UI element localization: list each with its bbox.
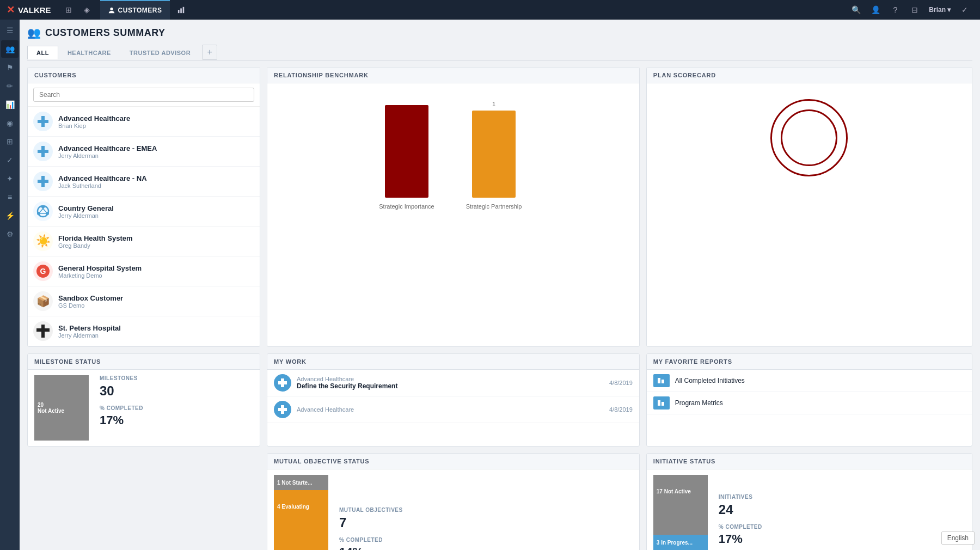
customer-advisor: Jerry Alderman (58, 212, 114, 219)
tab-trusted-advisor[interactable]: TRUSTED ADVISOR (120, 46, 200, 59)
nav-chart[interactable] (170, 0, 193, 20)
customer-item[interactable]: Country General Jerry Alderman (28, 197, 260, 227)
customer-item[interactable]: 📦 Sandbox Customer GS Demo (28, 286, 260, 316)
initiative-status-bar: 17 Not Active 3 In Progres... 4 Complete… (653, 475, 708, 550)
svg-rect-3 (182, 7, 184, 13)
check-icon[interactable]: ✓ (956, 0, 973, 20)
grid-icon[interactable]: ⊞ (60, 0, 77, 20)
avatar (33, 142, 53, 161)
sound-icon[interactable]: ◈ (78, 0, 96, 20)
sidebar-flag-icon[interactable]: ⚑ (1, 59, 19, 76)
customers-card-header: CUSTOMERS (28, 68, 260, 83)
sidebar-globe-icon[interactable]: ◉ (1, 114, 19, 132)
customer-item[interactable]: G General Hospital System Marketing Demo (28, 256, 260, 286)
customer-info: Country General Jerry Alderman (58, 204, 114, 219)
is-filler (653, 508, 708, 535)
tab-add-button[interactable]: + (202, 45, 217, 60)
svg-point-11 (41, 205, 45, 209)
work-task: Define the Security Requirement (297, 382, 604, 390)
customer-item[interactable]: Advanced Healthcare - EMEA Jerry Alderma… (28, 137, 260, 167)
report-item[interactable]: All Completed Initiatives (647, 370, 972, 392)
user-menu[interactable]: Brian ▾ (926, 6, 954, 14)
customer-item[interactable]: ☀️ Florida Health System Greg Bandy (28, 227, 260, 256)
customer-item[interactable]: St. Peters Hospital Jerry Alderman (28, 316, 260, 346)
svg-rect-26 (278, 381, 287, 384)
header-customers-icon: 👥 (27, 26, 41, 39)
mo-pct-label: % COMPLETED (339, 537, 403, 543)
app-name: VALKRE (18, 5, 51, 15)
page-title: CUSTOMERS SUMMARY (45, 27, 166, 39)
relationship-benchmark-chart: 1 Strategic Importance Strategic Partner… (358, 89, 548, 230)
report-item[interactable]: Program Metrics (647, 392, 972, 414)
milestone-pct-label: % COMPLETED (100, 405, 143, 411)
mo-pct: 14% (339, 545, 403, 550)
svg-rect-31 (658, 400, 660, 406)
top-grid: CUSTOMERS Advanced Healthcare Brian Kiep (27, 67, 972, 347)
help-icon[interactable]: ? (886, 0, 904, 20)
avatar (33, 112, 53, 131)
chevron-down-icon: ▾ (947, 6, 951, 14)
customer-info: Advanced Healthcare - EMEA Jerry Alderma… (58, 144, 157, 159)
user-icon[interactable]: 👤 (867, 0, 884, 20)
app-logo[interactable]: ✕ VALKRE (7, 4, 51, 16)
mutual-objective-bar: 1 Not Starte... 4 Evaluating 1 In Progre… (274, 475, 328, 550)
customer-info: Sandbox Customer GS Demo (58, 294, 123, 309)
relationship-benchmark-card: RELATIONSHIP BENCHMARK 1 Strategic Impor… (267, 67, 640, 347)
customers-search-area (28, 83, 260, 107)
work-avatar (274, 401, 291, 418)
customer-item[interactable]: Advanced Healthcare - NA Jack Sutherland (28, 167, 260, 197)
work-company: Advanced Healthcare (297, 406, 604, 413)
language-badge[interactable]: English (941, 531, 975, 545)
work-info: Advanced Healthcare Define the Security … (297, 376, 604, 390)
sidebar-lightning-icon[interactable]: ⚡ (1, 207, 19, 224)
sidebar-list-icon[interactable]: ≡ (1, 188, 19, 206)
user-name: Brian (929, 6, 946, 14)
search-input[interactable] (33, 88, 254, 102)
svg-rect-32 (661, 402, 664, 406)
customer-item[interactable]: Advanced Healthcare Brian Kiep (28, 107, 260, 137)
svg-point-0 (110, 8, 113, 10)
main-layout: ☰ 👥 ⚑ ✏ 📊 ◉ ⊞ ✓ ✦ ≡ ⚡ ⚙ 👥 CUSTOMERS SUMM… (0, 20, 980, 550)
mo-evaluating: 4 Evaluating (274, 490, 328, 523)
work-item[interactable]: Advanced Healthcare 4/8/2019 (267, 396, 639, 423)
avatar (33, 172, 53, 191)
report-icon (653, 396, 670, 410)
nav-customers[interactable]: CUSTOMERS (100, 0, 170, 20)
sidebar-table-icon[interactable]: ⊞ (1, 133, 19, 150)
customer-advisor: Greg Bandy (58, 242, 133, 249)
milestone-status-header: MILESTONE STATUS (28, 354, 260, 370)
report-icon (653, 374, 670, 387)
nav-customers-label: CUSTOMERS (118, 7, 162, 14)
avatar (33, 321, 53, 341)
customer-advisor: GS Demo (58, 302, 123, 309)
tab-healthcare[interactable]: HEALTHCARE (58, 46, 120, 59)
is-pct-label: % COMPLETED (719, 524, 762, 530)
milestone-count: 30 (100, 383, 143, 399)
work-date: 4/8/2019 (609, 406, 633, 413)
search-icon[interactable]: 🔍 (847, 0, 865, 20)
bottom-grid: MILESTONE STATUS 20Not Active MILESTONES… (27, 353, 972, 447)
sidebar-customers-icon[interactable]: 👥 (1, 40, 19, 58)
sidebar-gear-icon[interactable]: ⚙ (1, 225, 19, 243)
scorecard-donut (765, 94, 853, 181)
initiative-status-body: 17 Not Active 3 In Progres... 4 Complete… (647, 469, 972, 550)
customer-info: General Hospital System Marketing Demo (58, 264, 142, 279)
tab-all[interactable]: ALL (27, 46, 58, 59)
sidebar-chart-icon[interactable]: 📊 (1, 96, 19, 113)
my-favorite-reports-card: MY FAVORITE REPORTS All Completed Initia… (646, 353, 972, 447)
work-item[interactable]: Advanced Healthcare Define the Security … (267, 370, 639, 396)
mutual-objective-header: MUTUAL OBJECTIVE STATUS (267, 454, 639, 469)
svg-text:1: 1 (492, 101, 495, 107)
customer-name: Country General (58, 204, 114, 212)
sidebar-check-icon[interactable]: ✓ (1, 151, 19, 169)
sidebar-pencil-icon[interactable]: ✏ (1, 77, 19, 95)
avatar (33, 201, 53, 221)
svg-rect-18 (385, 105, 428, 198)
settings-icon[interactable]: ⊟ (906, 0, 923, 20)
sidebar-puzzle-icon[interactable]: ✦ (1, 170, 19, 187)
middle-grid: MUTUAL OBJECTIVE STATUS 1 Not Starte... … (27, 453, 972, 550)
milestone-body: 20Not Active MILESTONES 30 % COMPLETED 1… (28, 370, 260, 446)
work-list: Advanced Healthcare Define the Security … (267, 370, 639, 423)
customer-advisor: Marketing Demo (58, 272, 142, 279)
sidebar-menu-icon[interactable]: ☰ (1, 22, 19, 39)
